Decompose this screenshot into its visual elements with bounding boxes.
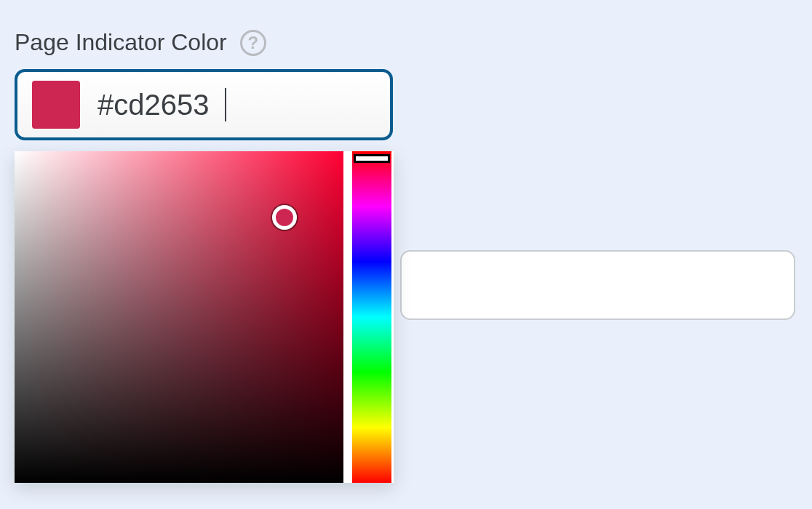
color-input[interactable] xyxy=(15,69,393,140)
field-label-row: Page Indicator Color ? xyxy=(15,29,797,56)
text-caret xyxy=(225,88,226,121)
color-picker-panel xyxy=(15,151,394,483)
help-icon[interactable]: ? xyxy=(240,30,266,56)
color-text-wrap xyxy=(97,89,258,121)
hue-slider[interactable] xyxy=(352,151,391,483)
saturation-lightness-area[interactable] xyxy=(15,151,343,483)
help-icon-glyph: ? xyxy=(247,33,258,53)
secondary-input[interactable] xyxy=(400,250,795,320)
hue-cursor xyxy=(354,154,390,163)
color-hex-input[interactable] xyxy=(97,89,258,121)
color-swatch[interactable] xyxy=(32,81,80,129)
saturation-black-gradient xyxy=(15,151,343,483)
field-label: Page Indicator Color xyxy=(15,29,227,56)
